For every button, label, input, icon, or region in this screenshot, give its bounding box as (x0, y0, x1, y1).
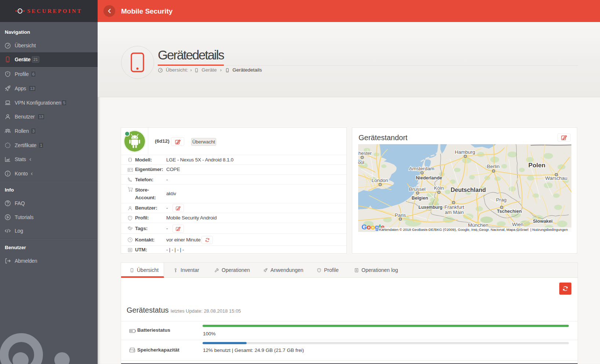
svg-text:am Main: am Main (445, 210, 464, 215)
svg-text:Brüssel: Brüssel (409, 186, 425, 192)
svg-text:Wien: Wien (512, 222, 524, 227)
svg-text:Warschau: Warschau (545, 175, 567, 181)
svg-text:Frankfurt: Frankfurt (444, 204, 464, 210)
svg-text:Slowakei: Slowakei (533, 219, 553, 224)
svg-text:Polen: Polen (528, 162, 545, 169)
svg-text:Kartendaten © 2018 GeoBasis-DE: Kartendaten © 2018 GeoBasis-DE/BKG (©200… (379, 228, 568, 232)
svg-text:ool: ool (358, 160, 364, 165)
svg-text:Hamburg: Hamburg (455, 149, 475, 155)
svg-text:London: London (371, 178, 388, 183)
svg-text:Köln: Köln (434, 185, 444, 191)
svg-text:Luxemburg: Luxemburg (418, 205, 442, 210)
svg-text:Paris: Paris (395, 212, 406, 218)
svg-text:München: München (468, 222, 488, 228)
svg-text:Belgien: Belgien (411, 196, 428, 201)
svg-text:Prag: Prag (496, 197, 507, 203)
svg-text:Berlin: Berlin (487, 164, 500, 169)
svg-text:Deutschland: Deutschland (451, 187, 486, 193)
svg-text:Amsterdam: Amsterdam (409, 166, 434, 171)
svg-text:Tschechien: Tschechien (497, 209, 522, 214)
svg-text:nchester: nchester (358, 150, 372, 156)
svg-text:Niederlande: Niederlande (416, 175, 442, 181)
